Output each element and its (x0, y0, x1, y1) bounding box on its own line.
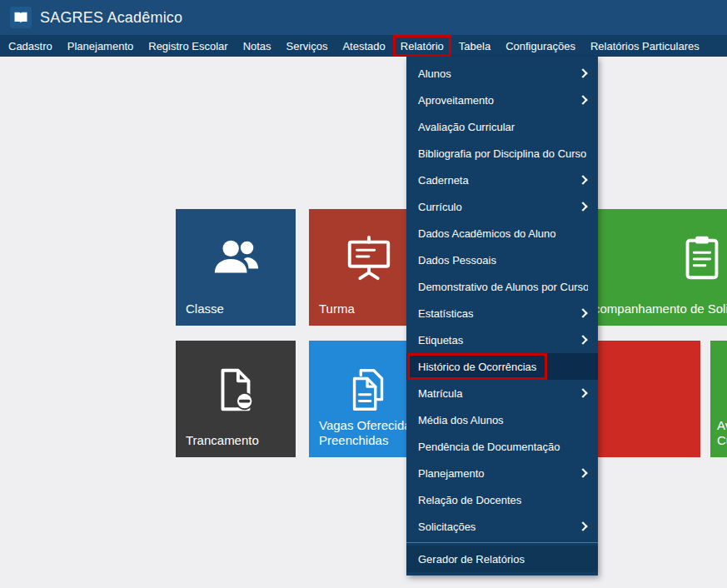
tile-label: Classe (186, 301, 289, 317)
chevron-right-icon (578, 468, 587, 477)
dropdown-item-label: Solicitações (418, 521, 580, 533)
menu-item-planejamento[interactable]: Planejamento (60, 35, 142, 57)
dropdown-item-curriculo[interactable]: Currículo (406, 193, 598, 220)
dropdown-item-matricula[interactable]: Matrícula (406, 380, 598, 406)
dropdown-item-label: Etiquetas (418, 334, 580, 346)
tile-avaliacao-curricular[interactable]: Avaliação Curricular (710, 341, 727, 457)
dropdown-item-label: Caderneta (418, 174, 580, 187)
dropdown-item-relacao-de-docentes[interactable]: Relação de Docentes (406, 486, 598, 513)
tile-label: Acompanhamento de Solicitações (585, 301, 727, 317)
dropdown-item-label: Avaliação Curricular (418, 121, 588, 133)
dropdown-item-label: Histórico de Ocorrências (418, 361, 588, 373)
tile-label: Trancamento (186, 433, 289, 449)
dropdown-item-label: Demonstrativo de Alunos por Curso (418, 281, 588, 293)
menu-item-servicos[interactable]: Serviços (279, 35, 336, 57)
menu-item-tabela[interactable]: Tabela (451, 35, 498, 57)
dropdown-item-demonstrativo-de-alunos-por-curso[interactable]: Demonstrativo de Alunos por Curso (406, 273, 598, 300)
clipboard-icon (575, 232, 727, 284)
dropdown-item-dados-pessoais[interactable]: Dados Pessoais (406, 247, 598, 273)
app-title: SAGRES Acadêmico (40, 9, 182, 27)
dropdown-item-label: Currículo (418, 201, 580, 213)
relatorio-dropdown-menu: Alunos Aproveitamento Avaliação Curricul… (406, 57, 598, 576)
dropdown-item-label: Matrícula (418, 387, 580, 400)
dropdown-item-label: Estatísticas (418, 307, 580, 320)
chevron-right-icon (578, 335, 587, 344)
menu-item-cadastro[interactable]: Cadastro (1, 35, 60, 57)
dropdown-item-avaliacao-curricular[interactable]: Avaliação Curricular (406, 113, 598, 140)
chevron-right-icon (578, 95, 587, 104)
dropdown-item-label: Bibliografia por Disciplina do Curso (418, 147, 588, 160)
dropdown-item-label: Aproveitamento (418, 94, 580, 107)
dropdown-item-alunos[interactable]: Alunos (406, 60, 598, 87)
tile-trancamento[interactable]: Trancamento (176, 341, 296, 457)
dropdown-item-label: Gerador de Relatórios (418, 553, 588, 566)
dropdown-item-gerador-de-relatorios[interactable]: Gerador de Relatórios (406, 546, 598, 572)
tile-acompanhamento-de-solicitacoes[interactable]: Acompanhamento de Solicitações (575, 209, 727, 326)
menu-item-registro-escolar[interactable]: Registro Escolar (141, 35, 235, 57)
dropdown-item-etiquetas[interactable]: Etiquetas (406, 326, 598, 353)
menu-item-relatorio[interactable]: Relatório (393, 35, 451, 57)
chevron-right-icon (578, 68, 587, 77)
users-icon (176, 232, 296, 284)
dropdown-item-label: Média dos Alunos (418, 414, 588, 426)
dropdown-item-label: Relação de Docentes (418, 494, 588, 506)
chevron-right-icon (578, 388, 587, 397)
chevron-right-icon (578, 521, 587, 531)
menu-item-notas[interactable]: Notas (236, 35, 279, 57)
app-header: SAGRES Acadêmico (0, 0, 727, 35)
dropdown-item-caderneta[interactable]: Caderneta (406, 167, 598, 193)
tile-classe[interactable]: Classe (176, 209, 296, 326)
menu-item-atestado[interactable]: Atestado (335, 35, 392, 57)
dropdown-item-label: Planejamento (418, 467, 580, 480)
dropdown-item-dados-academicos-do-aluno[interactable]: Dados Acadêmicos do Aluno (406, 220, 598, 247)
chevron-right-icon (578, 175, 587, 184)
document-minus-icon (176, 364, 296, 416)
dropdown-item-planejamento[interactable]: Planejamento (406, 460, 598, 486)
dropdown-item-media-dos-alunos[interactable]: Média dos Alunos (406, 406, 598, 433)
dropdown-item-estatisticas[interactable]: Estatísticas (406, 300, 598, 326)
menu-item-configuracoes[interactable]: Configurações (498, 35, 583, 57)
chevron-right-icon (578, 202, 587, 211)
dropdown-item-label: Pendência de Documentação (418, 441, 588, 453)
dropdown-item-aproveitamento[interactable]: Aproveitamento (406, 87, 598, 113)
dropdown-item-label: Dados Acadêmicos do Aluno (418, 227, 588, 240)
dropdown-item-historico-de-ocorrencias[interactable]: Histórico de Ocorrências (406, 353, 598, 380)
tile-label: Avaliação Curricular (717, 418, 727, 450)
dropdown-divider (406, 542, 598, 543)
dropdown-item-solicitacoes[interactable]: Solicitações (406, 513, 598, 540)
dropdown-item-bibliografia-por-disciplina-do-curso[interactable]: Bibliografia por Disciplina do Curso (406, 140, 598, 167)
dropdown-item-label: Alunos (418, 67, 580, 80)
dropdown-item-label: Dados Pessoais (418, 254, 588, 267)
dropdown-item-pendencia-de-documentacao[interactable]: Pendência de Documentação (406, 433, 598, 460)
chevron-right-icon (578, 308, 587, 317)
menubar: Cadastro Planejamento Registro Escolar N… (0, 35, 727, 57)
menu-item-relatorios-particulares[interactable]: Relatórios Particulares (583, 35, 707, 57)
open-book-icon (10, 7, 32, 28)
